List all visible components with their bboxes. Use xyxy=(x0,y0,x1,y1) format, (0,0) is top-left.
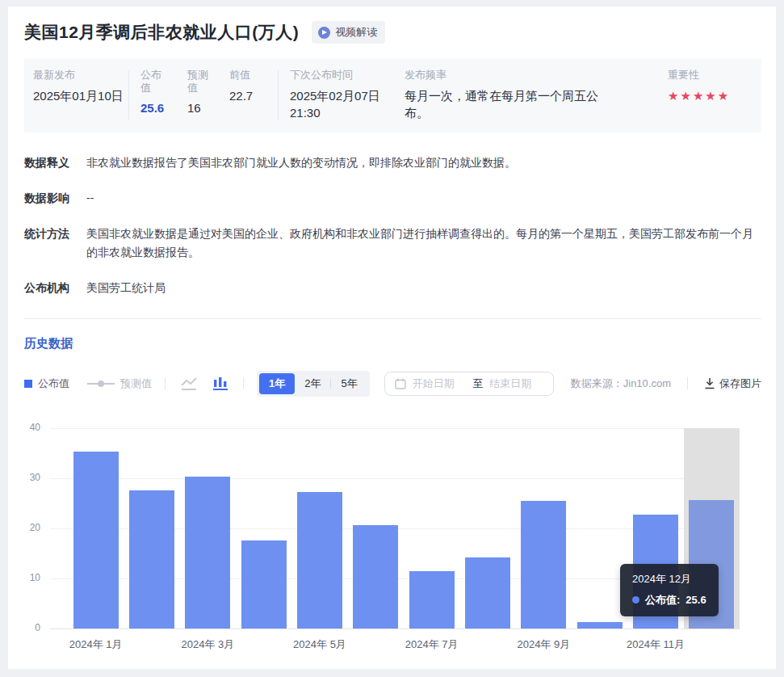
download-icon xyxy=(704,377,715,389)
latest-release-value: 2025年01月10日 xyxy=(33,87,128,105)
forecast-label: 预测值 xyxy=(187,69,211,94)
bar[interactable] xyxy=(577,622,623,628)
tooltip-series-label: 公布值: xyxy=(645,593,680,608)
divider xyxy=(165,377,166,389)
end-date-input[interactable]: 结束日期 xyxy=(489,376,543,391)
bar[interactable] xyxy=(409,571,455,629)
bar[interactable] xyxy=(297,492,342,629)
bar-chart: 0102030402024年 1月2024年 3月2024年 5月2024年 7… xyxy=(24,423,761,665)
desc-row-agency: 公布机构 美国劳工统计局 xyxy=(24,279,761,297)
bar[interactable] xyxy=(353,525,398,629)
bar[interactable] xyxy=(465,557,510,629)
previous-value: 22.7 xyxy=(229,87,278,105)
tooltip-value: 25.6 xyxy=(685,594,706,606)
divider xyxy=(687,377,688,389)
video-badge-label: 视频解读 xyxy=(335,25,377,40)
y-axis-tick-label: 0 xyxy=(24,622,40,633)
tooltip-title: 2024年 12月 xyxy=(632,572,706,587)
history-heading: 历史数据 xyxy=(24,336,761,351)
save-image-label: 保存图片 xyxy=(719,376,761,391)
frequency-col: 发布频率 每月一次，通常在每月第一个周五公布。 xyxy=(405,69,621,122)
x-axis-line xyxy=(50,629,740,629)
gridline xyxy=(50,478,740,479)
legend-published[interactable]: 公布值 xyxy=(24,376,69,391)
x-axis-tick-label: 2024年 5月 xyxy=(267,637,372,652)
bar[interactable] xyxy=(185,477,230,629)
importance-col: 重要性 ★★★★★ xyxy=(668,69,748,104)
y-axis-tick-label: 10 xyxy=(24,572,40,583)
forecast-col: 预测值 16 xyxy=(187,69,229,117)
forecast-value: 16 xyxy=(187,99,229,117)
line-chart-icon xyxy=(180,376,198,391)
latest-release-col: 最新发布 2025年01月10日 xyxy=(33,69,128,104)
frequency-value: 每月一次，通常在每月第一个周五公布。 xyxy=(405,87,621,123)
legend-forecast-label: 预测值 xyxy=(120,376,152,391)
desc-row-definition: 数据释义 非农就业数据报告了美国非农部门就业人数的变动情况，即排除农业部门的就业… xyxy=(24,153,761,172)
published-swatch-icon xyxy=(24,380,32,388)
agency-text: 美国劳工统计局 xyxy=(86,279,166,297)
chart-tooltip: 2024年 12月 公布值: 25.6 xyxy=(620,564,719,616)
x-axis-tick-label: 2024年 11月 xyxy=(603,637,708,652)
bar[interactable] xyxy=(129,490,174,629)
data-source-text: 数据来源：Jin10.com xyxy=(571,376,671,391)
range-5y-button[interactable]: 5年 xyxy=(331,373,367,394)
definition-text: 非农就业数据报告了美国非农部门就业人数的变动情况，即排除农业部门的就业数据。 xyxy=(86,153,516,172)
bar[interactable] xyxy=(73,452,119,629)
indicator-card: 美国12月季调后非农就业人口(万人) 视频解读 最新发布 2025年01月10日… xyxy=(8,6,776,669)
forecast-line-dot-icon xyxy=(87,381,115,387)
method-label: 统计方法 xyxy=(24,225,74,262)
importance-label: 重要性 xyxy=(668,69,748,82)
bar-chart-toggle[interactable] xyxy=(211,375,230,393)
published-value: 25.6 xyxy=(140,99,187,117)
bar[interactable] xyxy=(241,540,287,629)
video-explain-button[interactable]: 视频解读 xyxy=(312,21,385,44)
frequency-label: 发布频率 xyxy=(405,69,621,82)
start-date-input[interactable]: 开始日期 xyxy=(413,376,467,391)
impact-label: 数据影响 xyxy=(24,189,74,208)
date-separator: 至 xyxy=(472,376,483,391)
section-divider xyxy=(24,318,761,319)
legend-forecast[interactable]: 预测值 xyxy=(87,376,152,391)
previous-col: 前值 22.7 xyxy=(229,69,278,104)
range-1y-button[interactable]: 1年 xyxy=(259,373,295,394)
impact-text: -- xyxy=(86,189,94,208)
play-icon xyxy=(318,27,330,39)
method-text: 美国非农就业数据是通过对美国的企业、政府机构和非农业部门进行抽样调查得出的。每月… xyxy=(86,225,761,262)
y-axis-tick-label: 30 xyxy=(24,472,40,483)
description-section: 数据释义 非农就业数据报告了美国非农部门就业人数的变动情况，即排除农业部门的就业… xyxy=(24,153,761,297)
next-release-value: 2025年02月07日 21:30 xyxy=(290,87,405,123)
legend-published-label: 公布值 xyxy=(38,376,69,391)
next-release-col: 下次公布时间 2025年02月07日 21:30 xyxy=(290,69,405,122)
tooltip-value-row: 公布值: 25.6 xyxy=(632,593,706,608)
x-axis-tick-label: 2024年 1月 xyxy=(44,637,149,652)
x-axis-tick-label: 2024年 7月 xyxy=(379,637,484,652)
bar[interactable] xyxy=(521,501,566,628)
toolbar-right: 数据来源：Jin10.com 保存图片 xyxy=(571,376,761,391)
next-release-label: 下次公布时间 xyxy=(290,69,405,82)
series-dot-icon xyxy=(632,596,639,603)
range-2y-button[interactable]: 2年 xyxy=(295,373,330,394)
calendar-icon xyxy=(395,378,406,389)
desc-row-method: 统计方法 美国非农就业数据是通过对美国的企业、政府机构和非农业部门进行抽样调查得… xyxy=(24,225,761,262)
agency-label: 公布机构 xyxy=(24,279,74,297)
gridline xyxy=(50,428,740,429)
importance-stars: ★★★★★ xyxy=(668,87,748,105)
published-label: 公布值 xyxy=(140,69,164,94)
page-title: 美国12月季调后非农就业人口(万人) xyxy=(24,21,299,44)
x-axis-tick-label: 2024年 3月 xyxy=(155,637,260,652)
definition-label: 数据释义 xyxy=(24,153,74,172)
line-chart-toggle[interactable] xyxy=(178,375,199,393)
published-col: 公布值 25.6 xyxy=(140,69,187,117)
range-segmented-control: 1年 2年 5年 xyxy=(257,371,370,397)
x-axis-tick-label: 2024年 9月 xyxy=(491,637,596,652)
divider xyxy=(128,70,129,120)
bar-chart-icon xyxy=(212,376,228,391)
desc-row-impact: 数据影响 -- xyxy=(24,189,761,208)
latest-release-label: 最新发布 xyxy=(33,69,128,82)
save-image-button[interactable]: 保存图片 xyxy=(704,376,761,391)
y-axis-tick-label: 40 xyxy=(24,422,40,433)
info-panel: 最新发布 2025年01月10日 公布值 25.6 预测值 16 前值 22.7… xyxy=(24,58,761,132)
previous-label: 前值 xyxy=(229,69,278,82)
divider xyxy=(243,377,244,389)
date-range-picker[interactable]: 开始日期 至 结束日期 xyxy=(384,372,554,396)
